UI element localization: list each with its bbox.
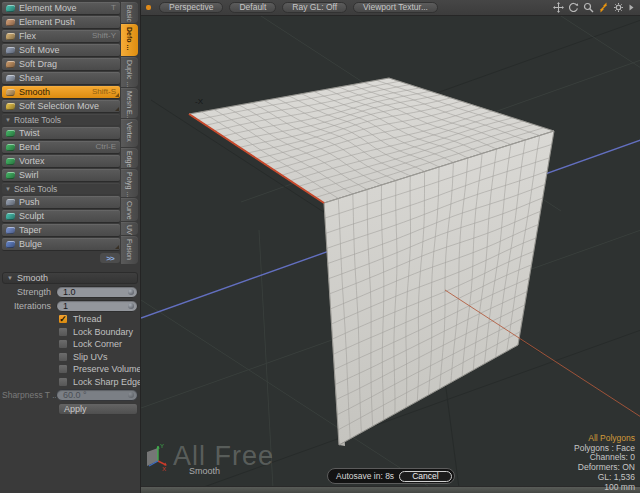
checkbox-row-thread: ✓Thread [2,314,138,325]
more-tools-button[interactable]: >> [100,253,120,263]
tool-shortcut: Ctrl-E [96,141,116,153]
tool-properties-panel: ▼ Smooth Strength1.0Iterations1 ✓ThreadL… [2,272,138,415]
viewport-button-default[interactable]: Default [229,2,276,13]
sidebar-tab-polyg[interactable]: Polyg ... [121,169,138,197]
tool-taper[interactable]: Taper [2,224,120,236]
element-move-icon [6,5,16,12]
tool-vortex[interactable]: Vortex [2,155,120,167]
strength-field[interactable]: 1.0 [56,286,138,298]
properties-fields: Strength1.0Iterations1 [2,286,138,312]
checkbox-lock-sharp-edges[interactable] [58,377,68,387]
section-header-scale-tools[interactable]: ▼Scale Tools [2,183,120,194]
properties-checkboxes: ✓ThreadLock BoundaryLock CornerSlip UVsP… [2,314,138,387]
sidebar-tab-duplic[interactable]: Duplic ... [121,57,138,87]
tool-element-push[interactable]: Element Push [2,16,120,28]
sharpness-field: 60.0 ° [56,389,138,401]
mini-slider-icon[interactable] [128,303,134,309]
tool-twist[interactable]: Twist [2,127,120,139]
sidebar-tab-uv[interactable]: UV [121,222,138,235]
viewport-toolbar-icons [553,2,635,13]
checkbox-row-preserve-volume: Preserve Volume [2,364,138,375]
tool-label: Element Push [19,16,75,28]
tool-label: Soft Selection Move [19,100,99,112]
checkbox-slip-uvs[interactable] [58,352,68,362]
checkbox-row-lock-sharp-edges: Lock Sharp Edges [2,377,138,388]
expand-arrow-icon[interactable] [628,3,635,12]
element-push-icon [6,19,16,26]
viewport-mode-indicator [146,5,151,10]
tool-bulge[interactable]: Bulge [2,238,120,250]
tool-shear[interactable]: Shear [2,72,120,84]
tool-shortcut: Shift-Y [92,30,116,42]
tool-flex[interactable]: FlexShift-Y [2,30,120,42]
section-header-label: Scale Tools [14,184,57,194]
viewport-stats: All PolygonsPolygons : FaceChannels: 0De… [574,434,635,492]
checkbox-row-lock-boundary: Lock Boundary [2,327,138,338]
tool-smooth[interactable]: SmoothShift-S [2,86,120,98]
tool-label: Twist [19,127,40,139]
svg-text:-X: -X [195,97,204,106]
soft-move-icon [6,47,16,54]
tool-label: Taper [19,224,42,236]
properties-header[interactable]: ▼ Smooth [2,272,138,284]
section-header-label: Rotate Tools [14,115,61,125]
autosave-message: Autosave in: 8s [336,471,394,481]
sidebar-tab-edge[interactable]: Edge [121,148,138,168]
viewport-toolbar: PerspectiveDefaultRay GL: OffViewport Te… [141,0,640,16]
push-icon [6,199,16,206]
checkbox-row-lock-corner: Lock Corner [2,339,138,350]
section-header-rotate-tools[interactable]: ▼Rotate Tools [2,114,120,125]
zoom-icon[interactable] [583,2,594,13]
tool-label: Bulge [19,238,42,250]
field-value: 1.0 [63,287,76,297]
tool-label: Vortex [19,155,45,167]
tool-push[interactable]: Push [2,196,120,208]
tool-swirl[interactable]: Swirl [2,169,120,181]
strength-row: Strength1.0 [2,286,138,298]
viewport: PerspectiveDefaultRay GL: OffViewport Te… [140,0,640,493]
soft-drag-icon [6,61,16,68]
checkbox-preserve-volume[interactable] [58,364,68,374]
gear-icon[interactable] [613,2,624,13]
viewport-button-perspective[interactable]: Perspective [159,2,223,13]
tool-soft-drag[interactable]: Soft Drag [2,58,120,70]
tool-sidebar: Element MoveTElement PushFlexShift-YSoft… [0,0,140,493]
tool-element-move[interactable]: Element MoveT [2,2,120,14]
mini-slider-icon[interactable] [128,289,134,295]
vortex-icon [6,158,16,165]
autosave-cancel-button[interactable]: Cancel [399,471,451,482]
tool-bend[interactable]: BendCtrl-E [2,141,120,153]
mini-slider-icon [128,392,134,398]
sidebar-tab-basic[interactable]: Basic [121,2,138,23]
twist-icon [6,130,16,137]
tool-sculpt[interactable]: Sculpt [2,210,120,222]
sidebar-tab-fusion[interactable]: Fusion [121,236,138,264]
viewport-canvas[interactable]: -X [141,16,640,486]
checkbox-lock-corner[interactable] [58,339,68,349]
sidebar-tab-curve[interactable]: Curve [121,198,138,221]
viewport-button-ray-gl-off[interactable]: Ray GL: Off [282,2,347,13]
field-value: 1 [63,301,68,311]
maximize-icon[interactable] [598,2,609,13]
sidebar-tab-mesh-e[interactable]: Mesh E... [121,88,138,118]
soft-selection-move-icon [6,103,16,110]
iterations-field[interactable]: 1 [56,300,138,312]
sidebar-tab-vertex[interactable]: Vertex [121,119,138,147]
sculpt-icon [6,213,16,220]
smooth-icon [6,89,16,96]
checkbox-thread[interactable]: ✓ [58,314,68,324]
rotate-icon[interactable] [568,2,579,13]
tool-shortcut: T [111,2,116,14]
tool-soft-selection-move[interactable]: Soft Selection Move [2,100,120,112]
sidebar-tab-strip: BasicDefo ...Duplic ...Mesh E...VertexEd… [121,2,139,264]
viewport-button-viewport-textur[interactable]: Viewport Textur... [353,2,438,13]
stat-100-mm: 100 mm [574,483,635,493]
tool-shortcut: Shift-S [92,86,116,98]
checkbox-lock-boundary[interactable] [58,327,68,337]
tool-soft-move[interactable]: Soft Move [2,44,120,56]
bulge-icon [6,241,16,248]
checkbox-label: Thread [73,314,102,324]
sidebar-tab-defo[interactable]: Defo ... [121,24,138,56]
apply-button[interactable]: Apply [58,403,138,415]
pan-icon[interactable] [553,2,564,13]
